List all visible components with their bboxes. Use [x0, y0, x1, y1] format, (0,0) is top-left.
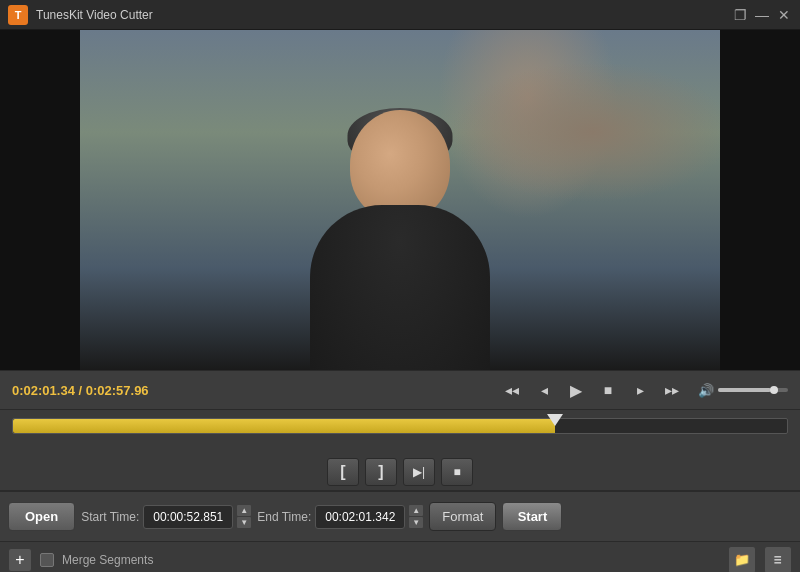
cut-button[interactable]: ▶| — [403, 458, 435, 486]
app-title: TunesKit Video Cutter — [36, 8, 732, 22]
window-controls: ❐ — ✕ — [732, 7, 792, 23]
play-button[interactable]: ▶ — [562, 376, 590, 404]
add-segment-button[interactable]: + — [8, 548, 32, 572]
list-icon: ≡ — [774, 552, 782, 567]
restore-button[interactable]: ❐ — [732, 7, 748, 23]
scrubber-area — [0, 410, 800, 454]
start-time-label: Start Time: — [81, 510, 139, 524]
start-button[interactable]: Start — [502, 502, 562, 531]
format-button[interactable]: Format — [429, 502, 496, 531]
volume-control: 🔊 — [698, 383, 788, 398]
time-display: 0:02:01.34 / 0:02:57.96 — [12, 383, 152, 398]
close-button[interactable]: ✕ — [776, 7, 792, 23]
playback-controls-bar: 0:02:01.34 / 0:02:57.96 ◂◂ ◂ ▶ ■ ▸ ▸▸ 🔊 — [0, 370, 800, 410]
merge-checkbox[interactable] — [40, 553, 54, 567]
prev-frame-button[interactable]: ◂ — [530, 376, 558, 404]
video-frame — [0, 30, 800, 370]
subject-head — [350, 110, 450, 220]
scrubber-fill — [13, 419, 555, 433]
segment-button[interactable]: ■ — [441, 458, 473, 486]
start-time-group: Start Time: 00:00:52.851 ▲ ▼ — [81, 505, 251, 529]
title-bar: T TunesKit Video Cutter ❐ — ✕ — [0, 0, 800, 30]
stop-button[interactable]: ■ — [594, 376, 622, 404]
end-time-down[interactable]: ▼ — [409, 517, 423, 528]
volume-fill — [718, 388, 771, 392]
end-time-spinner: ▲ ▼ — [409, 505, 423, 528]
start-time-up[interactable]: ▲ — [237, 505, 251, 516]
next-frame-button[interactable]: ▸ — [626, 376, 654, 404]
start-time-down[interactable]: ▼ — [237, 517, 251, 528]
svg-text:T: T — [15, 9, 22, 21]
fast-forward-button[interactable]: ▸▸ — [658, 376, 686, 404]
start-time-spinner: ▲ ▼ — [237, 505, 251, 528]
volume-thumb — [770, 386, 778, 394]
subject-body — [310, 205, 490, 370]
list-button[interactable]: ≡ — [764, 546, 792, 573]
video-player — [0, 30, 800, 370]
rewind-button[interactable]: ◂◂ — [498, 376, 526, 404]
app-logo: T — [8, 5, 28, 25]
video-subject — [260, 90, 540, 370]
folder-icon: 📁 — [734, 552, 750, 567]
video-pillar-left — [0, 30, 80, 370]
scrubber-track[interactable] — [12, 418, 788, 434]
volume-slider[interactable] — [718, 388, 788, 392]
end-time-label: End Time: — [257, 510, 311, 524]
open-button[interactable]: Open — [8, 502, 75, 531]
end-time-value[interactable]: 00:02:01.342 — [315, 505, 405, 529]
mark-out-button[interactable]: ] — [365, 458, 397, 486]
folder-button[interactable]: 📁 — [728, 546, 756, 573]
cut-controls-row: [ ] ▶| ■ — [0, 454, 800, 491]
end-time-up[interactable]: ▲ — [409, 505, 423, 516]
mark-in-button[interactable]: [ — [327, 458, 359, 486]
minimize-button[interactable]: — — [754, 7, 770, 23]
video-scene — [80, 30, 720, 370]
end-time-group: End Time: 00:02:01.342 ▲ ▼ — [257, 505, 423, 529]
bottom-controls-bar: Open Start Time: 00:00:52.851 ▲ ▼ End Ti… — [0, 491, 800, 541]
video-pillar-right — [720, 30, 800, 370]
bottom-footer: + Merge Segments 📁 ≡ — [0, 541, 800, 572]
merge-label: Merge Segments — [62, 553, 153, 567]
start-time-value[interactable]: 00:00:52.851 — [143, 505, 233, 529]
scrubber-thumb — [547, 414, 563, 426]
volume-icon: 🔊 — [698, 383, 714, 398]
